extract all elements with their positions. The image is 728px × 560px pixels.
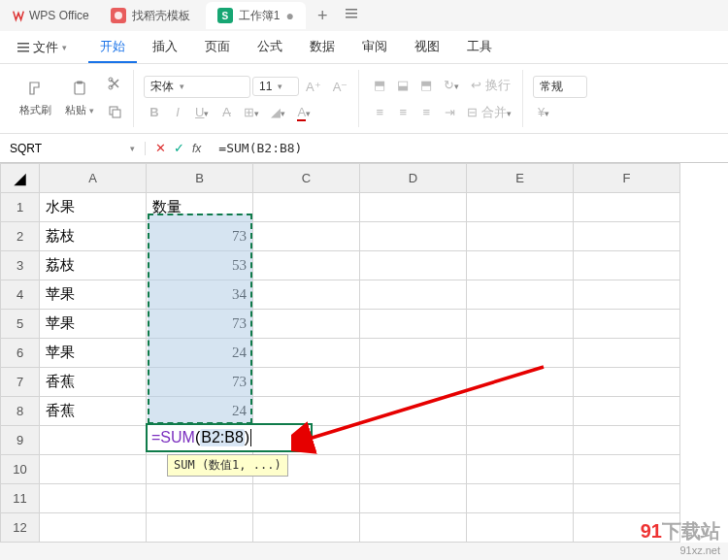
row-header[interactable]: 11 [1,484,40,513]
cell[interactable] [147,484,253,513]
row-header[interactable]: 10 [1,455,40,484]
font-name-select[interactable]: 宋体▾ [144,76,250,98]
strike-button[interactable]: A̶ [215,102,237,122]
cell[interactable] [574,368,680,397]
cell[interactable] [360,280,467,310]
row-header[interactable]: 7 [1,368,40,397]
cell[interactable] [40,455,147,484]
row-header[interactable]: 6 [1,339,40,368]
cell[interactable]: 荔枝 [40,222,147,251]
cell[interactable] [467,368,574,397]
cell[interactable] [360,484,467,513]
row-header[interactable]: 4 [1,280,40,310]
cell[interactable] [360,310,467,339]
cell[interactable]: 荔枝 [40,251,147,280]
cell[interactable] [360,251,467,280]
cell[interactable] [467,426,574,455]
row-header[interactable]: 5 [1,310,40,339]
active-cell-editor[interactable]: =SUM(B2:B8) [146,423,313,452]
cell[interactable] [574,455,680,484]
col-header[interactable]: F [574,164,680,193]
select-all-corner[interactable]: ◢ [1,164,40,193]
cancel-formula-button[interactable]: ✕ [155,141,166,155]
cell[interactable] [253,280,360,310]
cell[interactable] [253,222,360,251]
cell[interactable] [360,193,467,222]
col-header[interactable]: E [467,164,574,193]
cell[interactable] [467,193,574,222]
merge-button[interactable]: ⊟ 合并▾ [462,101,516,124]
cell[interactable] [574,310,680,339]
underline-button[interactable]: U▾ [190,102,214,122]
cell[interactable] [40,484,147,513]
cell[interactable] [574,339,680,368]
fill-color-button[interactable]: ◢▾ [266,102,290,122]
cell[interactable] [574,251,680,280]
cell[interactable]: 73 [147,310,253,339]
cell[interactable] [253,484,360,513]
align-top-button[interactable]: ⬒ [369,75,390,95]
row-header[interactable]: 3 [1,251,40,280]
cell[interactable] [467,222,574,251]
row-header[interactable]: 12 [1,513,40,543]
currency-button[interactable]: ¥▾ [533,102,554,122]
cell[interactable]: 数量 [147,193,253,222]
decrease-font-button[interactable]: A⁻ [328,77,353,97]
file-menu-button[interactable]: 文件 ▾ [8,35,77,60]
cell[interactable] [360,339,467,368]
cell[interactable] [360,426,467,455]
cell[interactable] [574,222,680,251]
copy-button[interactable] [102,101,127,125]
cut-button[interactable] [102,73,127,97]
cell[interactable]: 53 [147,251,253,280]
menu-view[interactable]: 视图 [403,32,451,63]
increase-font-button[interactable]: A⁺ [301,77,326,97]
row-header[interactable]: 2 [1,222,40,251]
wrap-button[interactable]: ↩ 换行 [466,74,515,97]
cell[interactable] [574,280,680,310]
cell[interactable] [253,513,360,543]
menu-formula[interactable]: 公式 [246,32,294,63]
menu-data[interactable]: 数据 [298,32,347,63]
indent-button[interactable]: ⇥ [439,102,460,122]
align-center-button[interactable]: ≡ [392,102,414,122]
row-header[interactable]: 9 [1,426,40,455]
col-header[interactable]: B [147,164,253,193]
number-format-select[interactable]: 常规 [533,76,587,98]
cell[interactable] [467,251,574,280]
cell[interactable] [253,368,360,397]
cell[interactable] [360,397,467,426]
cell[interactable] [467,513,574,543]
cell[interactable] [253,397,360,426]
tab-template-store[interactable]: 找稻壳模板 [99,2,202,29]
add-tab-button[interactable]: + [308,6,338,26]
cell[interactable]: 24 [147,339,253,368]
cell[interactable]: 24 [147,397,253,426]
italic-button[interactable]: I [167,102,188,122]
cell[interactable] [467,397,574,426]
cell[interactable] [574,193,680,222]
cell[interactable] [467,455,574,484]
name-box[interactable]: SQRT ▾ [0,142,146,155]
cell[interactable]: 73 [147,222,253,251]
cell[interactable] [574,397,680,426]
cell[interactable] [467,339,574,368]
cell[interactable] [40,426,147,455]
cell[interactable] [253,339,360,368]
cell[interactable]: 苹果 [40,280,147,310]
bold-button[interactable]: B [144,102,165,122]
confirm-formula-button[interactable]: ✓ [174,141,184,155]
formula-input[interactable]: =SUM(B2:B8) [211,141,728,155]
cell[interactable] [253,310,360,339]
align-middle-button[interactable]: ⬓ [392,75,414,95]
col-header[interactable]: C [253,164,360,193]
cell[interactable] [253,251,360,280]
border-button[interactable]: ⊞▾ [239,102,264,122]
cell[interactable] [574,426,680,455]
menu-review[interactable]: 审阅 [350,32,399,63]
cell[interactable]: 香蕉 [40,397,147,426]
tab-menu-button[interactable] [337,7,366,24]
menu-home[interactable]: 开始 [88,32,137,63]
align-right-button[interactable]: ≡ [415,102,437,122]
cell[interactable] [574,484,680,513]
